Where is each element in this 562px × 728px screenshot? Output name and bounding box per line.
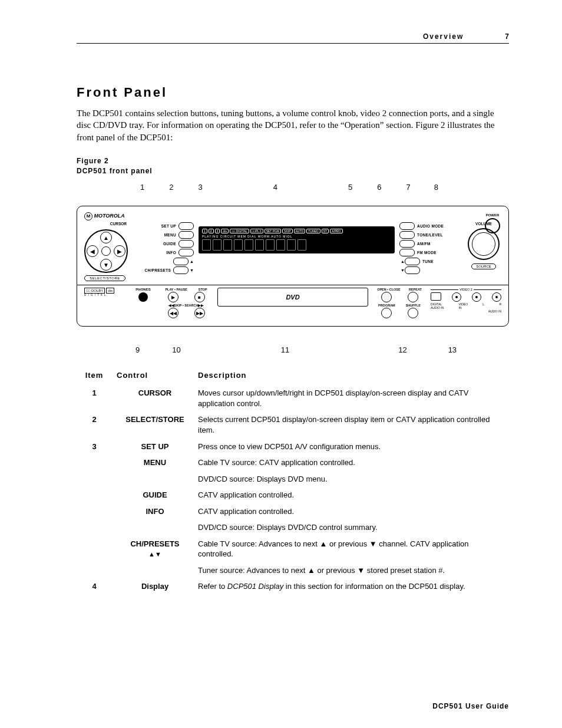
rca-right-icon — [492, 292, 501, 302]
cursor-up-icon: ▲ — [100, 232, 112, 243]
transport-controls: PLAY • PAUSE STOP ▶ ■ ◀◀SKIP • SEARCH▶▶ … — [160, 288, 213, 318]
play-pause-icon: ▶ — [168, 292, 178, 302]
table-row: INFOCATV application controlled. — [77, 506, 509, 523]
table-row: GUIDECATV application controlled. — [77, 490, 509, 506]
table-row: 2SELECT/STORESelects current DCP501 disp… — [77, 414, 509, 441]
svideo-jack-icon — [431, 292, 441, 301]
controls-table: Item Control Description 1CURSORMoves cu… — [77, 371, 509, 598]
section-name: Overview — [423, 32, 464, 41]
tune-up-button — [405, 258, 420, 265]
amfm-button — [399, 240, 415, 248]
video2-inputs: VIDEO 2 DIGITALAUDIO IN VIDEOIN L R AUDI… — [431, 288, 501, 313]
table-row: 1CURSORMoves cursor up/down/left/right i… — [77, 388, 509, 414]
guide-button — [178, 240, 194, 248]
setup-button — [178, 222, 194, 230]
callouts-bottom: 9 10 11 12 13 — [77, 345, 509, 354]
table-row: MENUCable TV source: CATV application co… — [77, 457, 509, 474]
cursor-pad: ▲ ▼ ◀ ▶ — [84, 229, 128, 273]
open-close-icon — [381, 292, 392, 302]
cursor-left-icon: ◀ — [87, 245, 98, 257]
ch-down-button — [173, 266, 189, 274]
callouts-top: 1 2 3 4 5 6 7 8 — [77, 183, 509, 192]
intro-paragraph: The DCP501 contains selection buttons, t… — [77, 107, 509, 143]
fmmode-button — [399, 249, 415, 256]
figure-caption: Figure 2 DCP501 front panel — [77, 156, 509, 176]
source-button: SOURCE — [471, 263, 496, 269]
skip-fwd-icon: ▶▶ — [194, 308, 205, 318]
stop-icon: ■ — [194, 292, 205, 302]
table-row: 3SET UPPress once to view DCP501 A/V con… — [77, 442, 509, 458]
lcd-display: 123dts□□ DIGITAL□□PL IISET PGMSKIPAUTOTU… — [199, 226, 395, 253]
table-row: DVD/CD source: Displays DVD menu. — [77, 474, 509, 490]
th-item: Item — [77, 371, 117, 388]
running-header: Overview 7 — [77, 32, 509, 44]
table-row: 4DisplayRefer to DCP501 Display in this … — [77, 581, 509, 598]
repeat-icon — [408, 292, 418, 302]
dolby-dts-badge: □□ DOLBY dts D I G I T A L — [84, 288, 127, 297]
shuffle-icon — [408, 308, 418, 318]
cursor-right-icon: ▶ — [114, 245, 125, 257]
rca-video-icon — [452, 292, 461, 302]
skip-back-icon: ◀◀ — [168, 308, 178, 318]
info-button — [178, 249, 194, 256]
select-store-button: SELECT/STORE — [84, 275, 125, 281]
th-control: Control — [117, 371, 198, 388]
footer: DCP501 User Guide — [432, 702, 509, 710]
cursor-down-icon: ▼ — [100, 259, 112, 271]
disc-tray: DVD — [217, 288, 368, 307]
table-row: CH/PRESETS▲▼Cable TV source: Advances to… — [77, 539, 509, 565]
menu-button — [178, 231, 194, 239]
page-title: Front Panel — [77, 85, 509, 100]
tonelevel-button — [399, 231, 415, 239]
table-row: DVD/CD source: Displays DVD/CD control s… — [77, 522, 509, 539]
audiomode-button — [399, 222, 415, 230]
device-chassis: M MOTOROLA POWER CURSOR ▲ ▼ ◀ ▶ — [77, 206, 509, 327]
table-row: Tuner source: Advances to next ▲ or prev… — [77, 565, 509, 582]
right-menu-column: AUDIO MODE TONE/LEVEL AM/FM FM MODE ▲TUN… — [399, 222, 461, 275]
front-panel-figure: 1 2 3 4 5 6 7 8 M MOTOROLA POWER CURSOR — [77, 183, 509, 354]
program-icon — [381, 308, 392, 318]
th-description: Description — [198, 371, 509, 388]
page-number: 7 — [505, 32, 509, 41]
left-menu-column: SET UP MENU GUIDE INFO ▲ CH/PRESETS▼ — [135, 222, 194, 275]
ch-up-button — [173, 258, 189, 265]
disc-controls: OPEN • CLOSE REPEAT PROGRAM SHUFFLE — [373, 288, 426, 318]
tune-down-button — [405, 266, 420, 274]
brand-logo: M MOTOROLA — [84, 212, 501, 220]
rca-left-icon — [472, 292, 481, 302]
phones-jack: PHONES — [131, 288, 155, 302]
